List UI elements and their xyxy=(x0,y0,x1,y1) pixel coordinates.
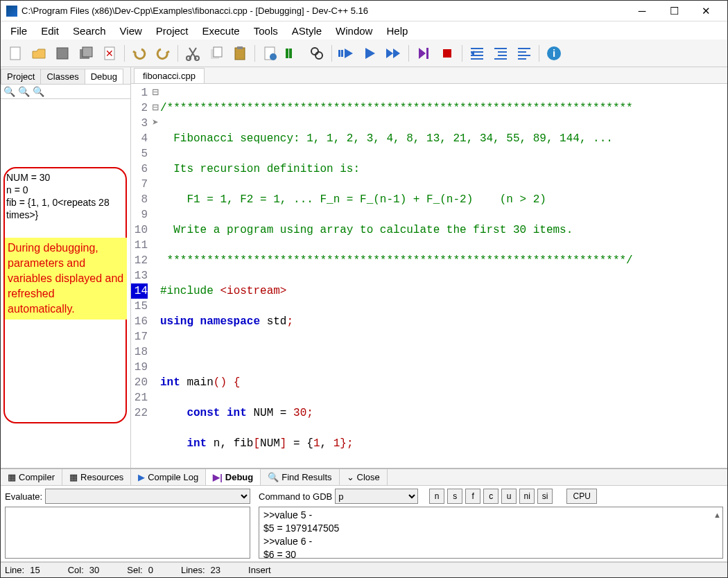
gdb-btn-u[interactable]: u xyxy=(501,489,517,504)
debug-var[interactable]: NUM = 30 xyxy=(6,171,130,184)
minimize-button[interactable]: ─ xyxy=(626,1,658,21)
run-icon[interactable] xyxy=(283,43,304,64)
gdb-btn-n[interactable]: n xyxy=(429,489,444,504)
indent-icon[interactable] xyxy=(467,43,487,64)
svg-rect-0 xyxy=(10,47,20,60)
svg-rect-3 xyxy=(83,47,92,57)
evaluate-input[interactable] xyxy=(45,489,250,504)
menu-file[interactable]: File xyxy=(3,24,34,38)
save-icon[interactable] xyxy=(52,43,73,64)
tab-debug[interactable]: Debug xyxy=(85,69,123,84)
info-icon[interactable]: i xyxy=(544,43,564,64)
svg-rect-19 xyxy=(443,49,451,58)
statusbar: Line:15 Col:30 Sel:0 Lines:23 Insert xyxy=(1,562,727,577)
cut-icon[interactable] xyxy=(182,43,203,64)
close-file-icon[interactable]: ✕ xyxy=(99,43,120,64)
menu-tools[interactable]: Tools xyxy=(247,24,285,38)
open-file-icon[interactable] xyxy=(28,43,49,64)
titlebar: C:\Program Files (x86)\Dev-Cpp\Examples\… xyxy=(1,1,727,21)
gdb-output[interactable]: ▲ >>value 5 - $5 = 1979147505 >>value 6 … xyxy=(259,507,723,559)
undo-icon[interactable] xyxy=(129,43,150,64)
fold-column: ⊟⊟➤ xyxy=(150,84,160,468)
gdb-btn-ni[interactable]: ni xyxy=(519,489,535,504)
code-area[interactable]: /***************************************… xyxy=(160,84,727,468)
debug-stop-icon[interactable] xyxy=(437,43,458,64)
gdb-command-input[interactable]: p xyxy=(335,489,418,504)
svg-rect-16 xyxy=(338,50,340,57)
annotation-note: During debugging, parameters and variabl… xyxy=(5,238,127,319)
debug-watch-panel: NUM = 30 n = 0 fib = {1, 1, 0<repeats 28… xyxy=(1,99,130,468)
tab-compile-log[interactable]: ▶Compile Log xyxy=(131,469,206,485)
tab-project[interactable]: Project xyxy=(1,69,41,84)
left-panel: Project Classes Debug 🔍 🔍 🔍 NUM = 30 n =… xyxy=(1,67,131,468)
debug-step-icon[interactable] xyxy=(336,43,357,64)
svg-point-6 xyxy=(187,56,191,60)
svg-point-15 xyxy=(315,52,322,59)
magnify-icon[interactable]: 🔍 xyxy=(18,86,30,97)
app-icon xyxy=(6,6,17,17)
svg-point-13 xyxy=(270,53,277,60)
evaluate-label: Evaluate: xyxy=(5,491,42,502)
tab-resources[interactable]: ▦Resources xyxy=(62,469,131,485)
maximize-button[interactable]: ☐ xyxy=(658,1,690,21)
menu-help[interactable]: Help xyxy=(379,24,415,38)
copy-icon[interactable] xyxy=(206,43,227,64)
save-all-icon[interactable] xyxy=(76,43,96,64)
menu-edit[interactable]: Edit xyxy=(34,24,66,38)
format-icon[interactable] xyxy=(514,43,535,64)
gdb-command-label: Command to GDB xyxy=(259,491,332,502)
gdb-btn-si[interactable]: si xyxy=(537,489,553,504)
compile-icon[interactable] xyxy=(259,43,280,64)
debug-bottom-panel: Evaluate: Command to GDB p n s f c u ni … xyxy=(1,486,727,562)
debug-var[interactable]: fib = {1, 1, 0<repeats 28 times>} xyxy=(6,196,130,221)
tab-find-results[interactable]: 🔍Find Results xyxy=(261,469,339,485)
toolbar: ✕ i xyxy=(1,40,727,67)
debug-run-icon[interactable] xyxy=(360,43,381,64)
window-title: C:\Program Files (x86)\Dev-Cpp\Examples\… xyxy=(21,6,626,16)
menubar: File Edit Search View Project Execute To… xyxy=(1,21,727,40)
menu-astyle[interactable]: AStyle xyxy=(285,24,329,38)
svg-rect-17 xyxy=(341,50,343,57)
gdb-btn-c[interactable]: c xyxy=(483,489,499,504)
svg-rect-1 xyxy=(57,48,68,59)
svg-text:✕: ✕ xyxy=(105,48,114,59)
menu-project[interactable]: Project xyxy=(149,24,196,38)
menu-execute[interactable]: Execute xyxy=(196,24,247,38)
tab-compiler[interactable]: ▦Compiler xyxy=(1,469,62,485)
new-file-icon[interactable] xyxy=(5,43,26,64)
magnify2-icon[interactable]: 🔍 xyxy=(33,86,44,97)
line-gutter: 12345678910111213141516171819202122 xyxy=(131,84,150,468)
gdb-btn-s[interactable]: s xyxy=(447,489,462,504)
debug-fast-icon[interactable] xyxy=(383,43,404,64)
menu-window[interactable]: Window xyxy=(329,24,379,38)
magnify-add-icon[interactable]: 🔍 xyxy=(3,86,15,97)
svg-rect-11 xyxy=(237,46,243,49)
close-button[interactable]: ✕ xyxy=(690,1,722,21)
redo-icon[interactable] xyxy=(153,43,173,64)
find-icon[interactable] xyxy=(306,43,327,64)
svg-point-14 xyxy=(311,48,318,55)
svg-rect-10 xyxy=(235,48,245,60)
debug-variables: NUM = 30 n = 0 fib = {1, 1, 0<repeats 28… xyxy=(6,171,130,221)
evaluate-list[interactable] xyxy=(5,507,250,559)
editor-tab[interactable]: fibonacci.cpp xyxy=(134,68,205,83)
gdb-btn-f[interactable]: f xyxy=(465,489,480,504)
tab-debug-bottom[interactable]: ▶|Debug xyxy=(206,469,261,485)
tab-classes[interactable]: Classes xyxy=(40,69,85,84)
code-editor[interactable]: 12345678910111213141516171819202122 ⊟⊟➤ … xyxy=(131,84,727,468)
svg-rect-18 xyxy=(426,48,428,59)
svg-point-7 xyxy=(195,56,199,60)
svg-rect-9 xyxy=(214,47,222,57)
menu-view[interactable]: View xyxy=(113,24,149,38)
gdb-btn-cpu[interactable]: CPU xyxy=(566,489,597,504)
tab-close[interactable]: ⌄Close xyxy=(340,469,388,485)
outdent-icon[interactable] xyxy=(490,43,511,64)
menu-search[interactable]: Search xyxy=(66,24,113,38)
debug-var[interactable]: n = 0 xyxy=(6,184,130,196)
svg-text:i: i xyxy=(553,47,555,59)
debug-skip-icon[interactable] xyxy=(413,43,434,64)
paste-icon[interactable] xyxy=(229,43,250,64)
scroll-up-icon[interactable]: ▲ xyxy=(713,509,721,522)
bottom-tabs: ▦Compiler ▦Resources ▶Compile Log ▶|Debu… xyxy=(1,468,727,486)
